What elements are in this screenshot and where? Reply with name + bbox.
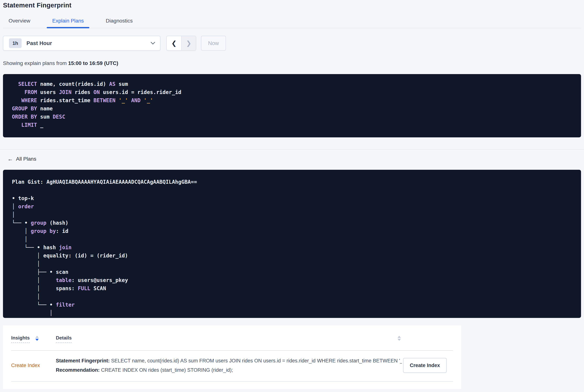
all-plans-back-link[interactable]: ← All Plans (7, 156, 36, 162)
status-time-range: 15:00 to 16:59 (UTC) (68, 60, 118, 66)
chevron-down-icon (150, 40, 155, 44)
table-row: Create Index Statement Fingerprint: SELE… (11, 351, 453, 382)
status-prefix: Showing explain plans from (3, 60, 68, 66)
sort-down-arrow-icon (398, 339, 401, 341)
statement-fingerprint-page: Statement Fingerprint Overview Explain P… (0, 0, 584, 389)
recommendation-label: Recommendation: (56, 367, 100, 373)
tab-bar: Overview Explain Plans Diagnostics (3, 16, 581, 28)
plan-gist-line: Plan Gist: AgHUAQIABQAAAAHYAQIAiAEAAAADC… (12, 178, 574, 186)
now-button[interactable]: Now (201, 36, 226, 51)
fingerprint-text: SELECT name, count(rides.id) AS sum FROM… (110, 358, 402, 364)
sql-statement-code: SELECT name, count(rides.id) AS sum FROM… (12, 80, 574, 129)
plan-gist-panel: Plan Gist: AgHUAQIABQAAAAHYAQIAiAEAAAADC… (3, 170, 581, 318)
sort-up-arrow-icon (398, 336, 401, 338)
time-range-value: Past Hour (26, 40, 52, 46)
insights-card: Insights Details Create Index Statement … (3, 325, 461, 389)
chevron-right-icon: ❯ (186, 40, 191, 47)
tab-diagnostics[interactable]: Diagnostics (100, 16, 138, 28)
tab-overview[interactable]: Overview (3, 16, 36, 28)
sort-icon[interactable] (35, 336, 39, 341)
action-cell: Create Index (402, 357, 453, 374)
header-details[interactable]: Details (56, 335, 402, 343)
time-controls: 1h Past Hour ❮ ❯ Now (3, 36, 581, 51)
tab-explain-plans[interactable]: Explain Plans (47, 16, 89, 28)
back-link-label: All Plans (16, 156, 36, 162)
time-pager: ❮ ❯ (166, 36, 196, 51)
sort-icon[interactable] (398, 336, 401, 341)
insight-type-link[interactable]: Create Index (11, 362, 40, 368)
header-insights[interactable]: Insights (11, 335, 56, 343)
sort-down-arrow-icon (35, 339, 39, 341)
header-insights-label[interactable]: Insights (11, 335, 30, 343)
page-title: Statement Fingerprint (3, 2, 581, 9)
plan-tree: • top-k│ order│└── • group (hash) │ grou… (12, 186, 574, 317)
chevron-left-icon: ❮ (171, 40, 177, 47)
sql-statement-panel: SELECT name, count(rides.id) AS sum FROM… (3, 74, 581, 137)
next-time-button[interactable]: ❯ (181, 36, 196, 50)
showing-range-status: Showing explain plans from 15:00 to 16:5… (3, 60, 581, 66)
statement-fingerprint-line: Statement Fingerprint: SELECT name, coun… (56, 357, 402, 364)
time-range-badge: 1h (9, 38, 21, 48)
recommendation-line: Recommendation: CREATE INDEX ON rides (s… (56, 366, 402, 374)
section-divider (0, 149, 584, 150)
details-cell: Statement Fingerprint: SELECT name, coun… (56, 357, 402, 374)
insight-cell: Create Index (11, 357, 56, 374)
sort-up-arrow-icon (35, 336, 39, 338)
fingerprint-label: Statement Fingerprint: (56, 358, 110, 364)
insights-table-header: Insights Details (11, 325, 453, 351)
prev-time-button[interactable]: ❮ (167, 36, 181, 50)
back-arrow-icon: ← (7, 156, 13, 162)
time-range-select[interactable]: 1h Past Hour (3, 36, 160, 51)
create-index-button[interactable]: Create Index (403, 358, 447, 373)
recommendation-text: CREATE INDEX ON rides (start_time) STORI… (100, 367, 233, 373)
header-details-label[interactable]: Details (56, 335, 72, 343)
